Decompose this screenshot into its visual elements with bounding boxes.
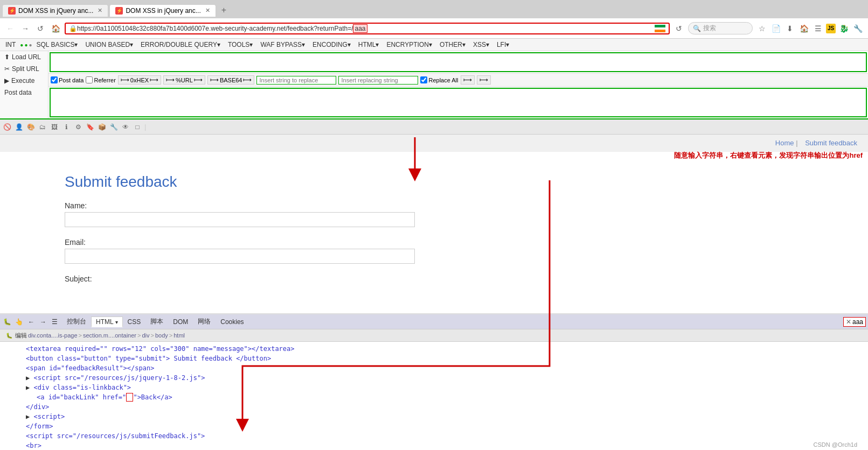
split-url-button[interactable]: ✂ Split URL bbox=[0, 63, 48, 75]
postdata-textarea[interactable] bbox=[50, 88, 867, 117]
post-data-label: Post data bbox=[59, 77, 84, 83]
tab-script[interactable]: 脚本 bbox=[145, 315, 168, 328]
hackbar-menu-union[interactable]: UNION BASED▾ bbox=[82, 40, 136, 50]
breadcrumb-item-5[interactable]: html bbox=[173, 332, 185, 339]
tab-cookies[interactable]: Cookies bbox=[216, 317, 248, 327]
email-input[interactable] bbox=[65, 249, 415, 264]
hackbar-menu-tools[interactable]: TOOLS▾ bbox=[225, 40, 256, 50]
search-x-icon[interactable]: ✕ bbox=[846, 318, 851, 326]
ext-icon-1[interactable]: 🐉 bbox=[838, 23, 850, 34]
replace-btn2[interactable]: ⟼ bbox=[477, 75, 491, 85]
browser-toolbar: ☆ 📄 ⬇ 🏠 ☰ JS 🐉 🔧 bbox=[756, 23, 864, 34]
inspect-icon[interactable]: 👤 bbox=[14, 122, 24, 132]
split-url-label: Split URL bbox=[12, 65, 39, 73]
devtools-nav: ← → ☰ bbox=[26, 318, 60, 326]
hackbar-url-textarea[interactable] bbox=[50, 52, 867, 72]
download-icon[interactable]: ⬇ bbox=[784, 23, 796, 34]
breadcrumb-item-3[interactable]: div bbox=[142, 332, 149, 339]
right-arrow-icon2: ⟼ bbox=[194, 76, 203, 83]
devtools-icon-2[interactable]: 👆 bbox=[14, 317, 24, 327]
breadcrumb-icon[interactable]: 🐛 bbox=[4, 331, 14, 340]
bookmark-icon[interactable]: ☆ bbox=[756, 23, 768, 34]
opt-icon[interactable]: □ bbox=[133, 122, 142, 132]
tab-2-label: DOM XSS in jQuery anc... bbox=[126, 7, 200, 15]
home-icon[interactable]: 🏠 bbox=[798, 23, 810, 34]
hackbar-menu-html[interactable]: HTML▾ bbox=[355, 40, 383, 50]
tab-console[interactable]: 控制台 bbox=[62, 315, 91, 328]
nav-forward-btn[interactable]: → bbox=[38, 318, 48, 326]
tab-network[interactable]: 网络 bbox=[193, 315, 216, 328]
reload-btn[interactable]: ↺ bbox=[673, 23, 685, 34]
insert-replacing-input[interactable] bbox=[338, 76, 418, 85]
hackbar-menu-waf[interactable]: WAF BYPASS▾ bbox=[257, 40, 308, 50]
shrink-icon[interactable]: 📦 bbox=[97, 122, 107, 132]
search-value: aaa bbox=[852, 318, 863, 326]
webpage-form: Name: Email: Subject: bbox=[65, 201, 442, 283]
reload-button[interactable]: ↺ bbox=[34, 23, 46, 34]
nav-back-btn[interactable]: ← bbox=[26, 318, 37, 326]
hackbar-menu-encryption[interactable]: ENCRYPTION▾ bbox=[383, 40, 435, 50]
breadcrumb-item-2[interactable]: section.m....ontainer bbox=[83, 332, 136, 339]
post-data-checkbox[interactable] bbox=[51, 76, 58, 83]
tab-html[interactable]: HTML ▾ bbox=[91, 317, 123, 327]
execute-label: Execute bbox=[11, 77, 34, 85]
image-icon[interactable]: 🖼 bbox=[50, 122, 59, 132]
load-url-button[interactable]: ⬆ Load URL bbox=[0, 51, 48, 63]
home-button[interactable]: 🏠 bbox=[50, 23, 61, 34]
breadcrumb-item-4[interactable]: body bbox=[155, 332, 168, 339]
tab-2-close[interactable]: ✕ bbox=[205, 7, 210, 14]
referrer-checkbox[interactable] bbox=[86, 76, 93, 83]
new-tab-button[interactable]: + bbox=[217, 3, 231, 17]
forward-button[interactable]: → bbox=[19, 23, 31, 34]
devtools-tabs: 控制台 HTML ▾ CSS 脚本 DOM 网络 Cookies bbox=[62, 315, 249, 328]
hackbar-menu-int[interactable]: INT bbox=[2, 40, 19, 50]
tab-css[interactable]: CSS bbox=[123, 317, 146, 327]
firebug-logo[interactable]: 🚫 bbox=[2, 122, 12, 132]
hackbar-menu-other[interactable]: OTHER▾ bbox=[436, 40, 469, 50]
right-arrow-icon3: ⟼ bbox=[243, 76, 252, 83]
replace-all-checkbox[interactable] bbox=[420, 76, 427, 83]
hex-decode-btn[interactable]: ⟼ 0xHEX ⟼ bbox=[118, 75, 161, 85]
base64-decode-btn[interactable]: ⟼ BASE64 ⟼ bbox=[207, 75, 255, 85]
url-input[interactable]: 🔒 https://0a110051048c32c880fa7b1400d600… bbox=[65, 23, 670, 34]
view-icon[interactable]: 👁 bbox=[121, 122, 130, 132]
tab-1-close[interactable]: ✕ bbox=[98, 7, 102, 14]
devtools-icon-1[interactable]: 🐛 bbox=[2, 317, 12, 327]
hackbar-menu-sql[interactable]: SQL BASICS▾ bbox=[33, 40, 81, 50]
menu-icon[interactable]: ☰ bbox=[812, 23, 824, 34]
tab-2[interactable]: ⚡ DOM XSS in jQuery anc... ✕ bbox=[109, 4, 216, 17]
reader-icon[interactable]: 📄 bbox=[770, 23, 782, 34]
tab-1[interactable]: ⚡ DOM XSS in jQuery anc... ✕ bbox=[2, 4, 108, 17]
insert-string-input[interactable] bbox=[256, 76, 336, 85]
hackbar-menu-encoding[interactable]: ENCODING▾ bbox=[309, 40, 354, 50]
hackbar-encode-toolbar: Post data Referrer ⟼ 0xHEX ⟼ ⟼ %URL ⟼ bbox=[48, 73, 868, 87]
css-icon[interactable]: 🎨 bbox=[26, 122, 36, 132]
hackbar-menu-lfi[interactable]: LFI▾ bbox=[494, 40, 512, 50]
bookmark-icon[interactable]: 🔖 bbox=[85, 122, 95, 132]
edit-label[interactable]: 编辑 bbox=[15, 332, 27, 340]
hackbar-menu-xss[interactable]: XSS▾ bbox=[470, 40, 492, 50]
back-button[interactable]: ← bbox=[4, 23, 16, 34]
ext-icon-2[interactable]: 🔧 bbox=[852, 23, 864, 34]
replace-arrow-btn[interactable]: ⟼ bbox=[461, 75, 475, 85]
execute-button[interactable]: ▶ Execute bbox=[0, 75, 48, 87]
browser-search[interactable]: 🔍 搜索 bbox=[688, 22, 753, 34]
referrer-check[interactable]: Referrer bbox=[86, 76, 115, 83]
submit-feedback-link[interactable]: Submit feedback bbox=[805, 139, 857, 147]
tools-icon[interactable]: 🔧 bbox=[109, 122, 119, 132]
hackbar-menu-error[interactable]: ERROR/DOUBLE QUERY▾ bbox=[137, 40, 224, 50]
code-line-1: <textarea required="" rows="12" cols="30… bbox=[4, 344, 864, 354]
table-icon[interactable]: 🗂 bbox=[38, 122, 47, 132]
home-link[interactable]: Home bbox=[775, 139, 794, 147]
devtools-search[interactable]: ✕ aaa bbox=[843, 317, 866, 327]
info-icon[interactable]: ℹ bbox=[61, 122, 71, 132]
breadcrumb-item-1[interactable]: div.conta....is-page bbox=[28, 332, 78, 339]
post-data-check[interactable]: Post data bbox=[51, 76, 84, 83]
func-icon[interactable]: ⚙ bbox=[73, 122, 83, 132]
name-input[interactable] bbox=[65, 212, 415, 227]
js-icon[interactable]: JS bbox=[826, 24, 836, 33]
url-decode-btn[interactable]: ⟼ %URL ⟼ bbox=[163, 75, 205, 85]
nav-list-btn[interactable]: ☰ bbox=[50, 318, 60, 326]
replace-all-check[interactable]: Replace All bbox=[420, 76, 458, 83]
tab-dom[interactable]: DOM bbox=[168, 317, 193, 327]
